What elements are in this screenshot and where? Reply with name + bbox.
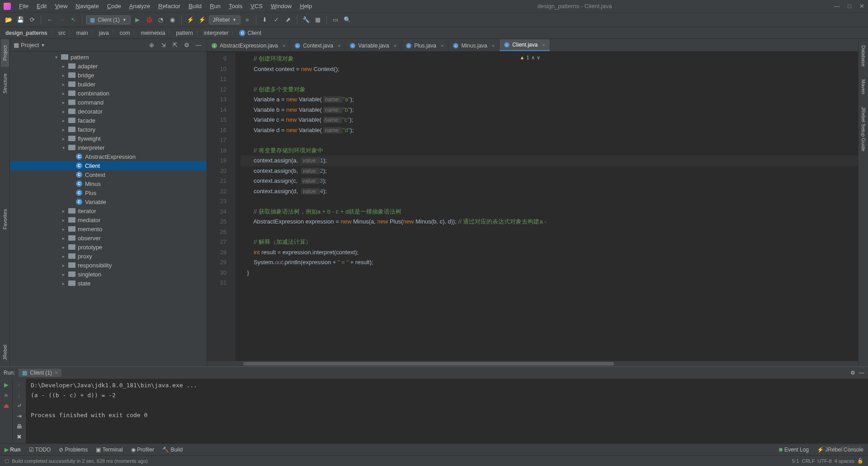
tree-node-builder[interactable]: ▸builder bbox=[10, 80, 207, 89]
down-stack-icon[interactable]: ↓ bbox=[18, 392, 21, 399]
tree-node-facade[interactable]: ▸facade bbox=[10, 116, 207, 125]
up-stack-icon[interactable]: ↑ bbox=[18, 381, 21, 388]
bottom-tab-terminal[interactable]: ▣ Terminal bbox=[96, 447, 123, 453]
breadcrumb-segment[interactable]: com bbox=[120, 30, 130, 36]
breadcrumb-segment[interactable]: design_patterns bbox=[5, 30, 47, 36]
left-tab-structure[interactable]: Structure bbox=[1, 67, 9, 100]
tree-node-bridge[interactable]: ▸bridge bbox=[10, 71, 207, 80]
breadcrumb-segment[interactable]: interpreter bbox=[204, 30, 229, 36]
breadcrumb-segment[interactable]: java bbox=[99, 30, 109, 36]
sync-icon[interactable]: ⟳ bbox=[27, 15, 37, 25]
editor-tab-client[interactable]: CClient.java× bbox=[500, 39, 550, 51]
avatar-icon[interactable]: ▭ bbox=[330, 15, 340, 25]
print-icon[interactable]: 🖶 bbox=[16, 423, 22, 430]
back-icon[interactable]: ← bbox=[45, 15, 55, 25]
hide-run-icon[interactable]: — bbox=[859, 370, 864, 376]
editor-tab-variable[interactable]: CVariable.java× bbox=[345, 40, 401, 51]
menu-file[interactable]: File bbox=[15, 1, 32, 11]
code-area[interactable]: // 创建环境对象 Context context = new Context(… bbox=[235, 52, 858, 361]
editor-body[interactable]: 9101112131415161718192021222324252627282… bbox=[207, 52, 858, 361]
tree-node-client[interactable]: CClient bbox=[10, 161, 207, 170]
tree-node-responsibility[interactable]: ▸responsibility bbox=[10, 261, 207, 270]
open-icon[interactable]: 📂 bbox=[4, 15, 14, 25]
rerun-icon[interactable]: ▶ bbox=[4, 381, 9, 388]
tree-node-flyweight[interactable]: ▸flyweight bbox=[10, 134, 207, 143]
file-encoding[interactable]: UTF-8 bbox=[818, 458, 832, 464]
run-icon[interactable]: ▶ bbox=[132, 15, 142, 25]
menu-navigate[interactable]: Navigate bbox=[72, 1, 102, 11]
tree-node-factory[interactable]: ▸factory bbox=[10, 125, 207, 134]
prev-highlight-icon[interactable]: ∧ bbox=[531, 55, 535, 61]
right-tab-jrebel-setup-guide[interactable]: JRebel Setup Guide bbox=[859, 100, 868, 157]
menu-window[interactable]: Window bbox=[267, 1, 295, 11]
bottom-tab-run[interactable]: ▶ Run bbox=[5, 447, 21, 453]
tree-node-minus[interactable]: CMinus bbox=[10, 179, 207, 188]
vcs-commit-icon[interactable]: ✓ bbox=[272, 15, 282, 25]
editor-tab-context[interactable]: CContext.java× bbox=[290, 40, 345, 51]
nav-back-icon[interactable]: ↖ bbox=[68, 15, 78, 25]
menu-vcs[interactable]: VCS bbox=[247, 1, 266, 11]
jrebel-debug-icon[interactable]: ⚡ bbox=[197, 15, 207, 25]
tree-node-prototype[interactable]: ▸prototype bbox=[10, 243, 207, 252]
tree-node-observer[interactable]: ▸observer bbox=[10, 233, 207, 243]
console-output[interactable]: D:\Developer\Java\jdk1.8.0_181\bin\java.… bbox=[26, 379, 868, 443]
tree-node-command[interactable]: ▸command bbox=[10, 98, 207, 107]
exit-icon[interactable]: ⏏ bbox=[4, 402, 9, 409]
soft-wrap-icon[interactable]: ⤶ bbox=[17, 402, 22, 409]
next-highlight-icon[interactable]: ∨ bbox=[537, 55, 540, 61]
bottom-tab-build[interactable]: 🔨 Build bbox=[162, 447, 183, 453]
tree-node-variable[interactable]: CVariable bbox=[10, 197, 207, 206]
close-tab-icon[interactable]: × bbox=[55, 370, 58, 376]
left-tab-favorites[interactable]: Favorites bbox=[1, 203, 9, 236]
breadcrumb-segment[interactable]: pattern bbox=[176, 30, 193, 36]
menu-help[interactable]: Help bbox=[296, 1, 316, 11]
tree-node-iterator[interactable]: ▸iterator bbox=[10, 206, 207, 215]
left-tab-project[interactable]: Project bbox=[1, 39, 9, 67]
close-tab-icon[interactable]: × bbox=[394, 43, 396, 48]
close-tab-icon[interactable]: × bbox=[441, 43, 443, 48]
menu-analyze[interactable]: Analyze bbox=[126, 1, 154, 11]
vcs-push-icon[interactable]: ⬈ bbox=[283, 15, 293, 25]
run-config-dropdown[interactable]: ▦ Client (1) ▼ bbox=[86, 15, 131, 24]
search-everywhere-icon[interactable]: 🔍 bbox=[342, 15, 352, 25]
tree-node-singleton[interactable]: ▸singleton bbox=[10, 270, 207, 279]
run-tab[interactable]: ▦ Client (1) × bbox=[19, 369, 61, 377]
collapse-all-icon[interactable]: ⇱ bbox=[170, 41, 179, 50]
line-separator[interactable]: CRLF bbox=[802, 458, 815, 464]
menu-refactor[interactable]: Refactor bbox=[155, 1, 184, 11]
menu-view[interactable]: View bbox=[51, 1, 71, 11]
tree-node-memento[interactable]: ▸memento bbox=[10, 224, 207, 233]
menu-tools[interactable]: Tools bbox=[225, 1, 246, 11]
close-tab-icon[interactable]: × bbox=[338, 43, 340, 48]
hide-panel-icon[interactable]: — bbox=[194, 41, 203, 50]
lock-icon[interactable]: 🔓 bbox=[857, 458, 863, 464]
stop-run-icon[interactable]: ■ bbox=[5, 392, 8, 399]
menu-build[interactable]: Build bbox=[185, 1, 205, 11]
tree-node-abstractexpression[interactable]: CAbstractExpression bbox=[10, 152, 207, 161]
tree-node-adapter[interactable]: ▸adapter bbox=[10, 62, 207, 71]
editor-tab-plus[interactable]: CPlus.java× bbox=[401, 40, 448, 51]
breadcrumb-segment[interactable]: meimeixia bbox=[141, 30, 165, 36]
debug-icon[interactable]: 🐞 bbox=[144, 15, 154, 25]
tree-node-mediator[interactable]: ▸mediator bbox=[10, 215, 207, 224]
minimize-icon[interactable]: — bbox=[834, 3, 840, 10]
clear-all-icon[interactable]: ✖ bbox=[17, 433, 22, 440]
caret-position[interactable]: 5:1 bbox=[792, 458, 799, 464]
status-toggle-icon[interactable]: ▢ bbox=[5, 458, 9, 464]
breadcrumb-segment[interactable]: main bbox=[76, 30, 88, 36]
tree-node-state[interactable]: ▸state bbox=[10, 279, 207, 288]
tree-node-interpreter[interactable]: ▾interpreter bbox=[10, 143, 207, 152]
select-open-file-icon[interactable]: ⊕ bbox=[147, 41, 156, 50]
editor-tab-minus[interactable]: CMinus.java× bbox=[448, 40, 500, 51]
panel-settings-icon[interactable]: ⚙ bbox=[182, 41, 191, 50]
jrebel-run-icon[interactable]: ⚡ bbox=[185, 15, 195, 25]
save-all-icon[interactable]: 💾 bbox=[15, 15, 25, 25]
jrebel-dropdown[interactable]: JRebel ▼ bbox=[209, 15, 241, 24]
indent-setting[interactable]: 4 spaces bbox=[835, 458, 854, 464]
tree-node-pattern[interactable]: ▾pattern bbox=[10, 52, 207, 62]
tree-node-proxy[interactable]: ▸proxy bbox=[10, 252, 207, 261]
run-settings-icon[interactable]: ⚙ bbox=[850, 370, 855, 376]
breadcrumb-segment[interactable]: src bbox=[58, 30, 66, 36]
bottom-tab-problems[interactable]: ⊘ Problems bbox=[59, 447, 88, 453]
close-tab-icon[interactable]: × bbox=[542, 42, 545, 48]
